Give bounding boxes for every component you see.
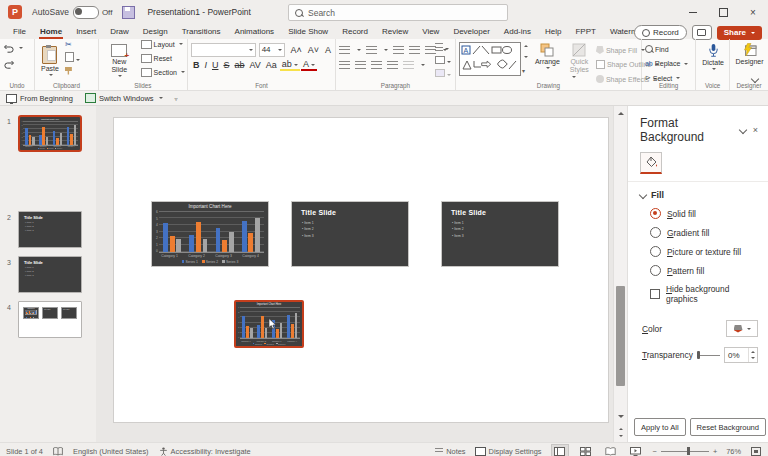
- font-size-button-2[interactable]: A: [323, 45, 333, 55]
- bullets-button[interactable]: [339, 46, 350, 54]
- tab-draw[interactable]: Draw: [103, 24, 136, 39]
- language-indicator[interactable]: English (United States): [73, 447, 149, 456]
- hide-background-checkbox[interactable]: Hide background graphics: [650, 284, 758, 304]
- numbering-button[interactable]: [366, 46, 377, 54]
- zoom-in-button[interactable]: +: [713, 447, 717, 456]
- gallery-up-button[interactable]: [524, 43, 528, 47]
- fill-option-gradient-fill[interactable]: Gradient fill: [650, 227, 758, 238]
- transparency-spinner[interactable]: 0%: [724, 347, 758, 363]
- font-style-button-1[interactable]: I: [202, 60, 209, 70]
- title-slide-thumbnail-2[interactable]: Title Slide • Item 1• Item 2• Item 3: [441, 201, 559, 267]
- tab-help[interactable]: Help: [538, 24, 568, 39]
- tab-file[interactable]: File: [6, 24, 33, 39]
- cut-button[interactable]: ✂: [65, 40, 80, 49]
- reset-button[interactable]: Reset: [141, 52, 185, 64]
- align-center-button[interactable]: [355, 61, 366, 69]
- fill-option-picture-or-texture-fill[interactable]: Picture or texture fill: [650, 246, 758, 257]
- fill-tool-button[interactable]: [640, 152, 662, 174]
- record-button[interactable]: Record: [634, 25, 687, 40]
- text-highlight-button[interactable]: ab: [280, 59, 300, 71]
- justify-button[interactable]: [387, 61, 398, 69]
- tab-developer[interactable]: Developer: [446, 24, 496, 39]
- current-slide[interactable]: Important Chart Here6543210Category 1Cat…: [113, 117, 609, 423]
- save-icon[interactable]: [122, 6, 135, 19]
- panel-options-button[interactable]: [740, 125, 746, 135]
- font-size-button-0[interactable]: A˄: [288, 45, 303, 55]
- find-button[interactable]: Find: [645, 43, 693, 55]
- font-style-button-5[interactable]: AV: [248, 60, 263, 70]
- spell-check-button[interactable]: [53, 447, 63, 456]
- tab-design[interactable]: Design: [136, 24, 175, 39]
- switch-windows-button[interactable]: Switch Windows: [85, 93, 163, 103]
- tab-home[interactable]: Home: [33, 24, 69, 39]
- next-slide-button[interactable]: [616, 433, 625, 440]
- arrange-button[interactable]: Arrange: [532, 42, 563, 71]
- chart-slide-thumbnail[interactable]: Important Chart Here6543210Category 1Cat…: [151, 201, 269, 267]
- reset-background-button[interactable]: Reset Background: [690, 418, 766, 436]
- scrollbar-track[interactable]: [614, 118, 627, 412]
- zoom-out-button[interactable]: −: [653, 447, 657, 456]
- font-style-button-6[interactable]: Aa: [264, 60, 279, 70]
- slider-thumb[interactable]: [697, 351, 700, 359]
- close-button[interactable]: ×: [738, 0, 768, 24]
- tab-view[interactable]: View: [415, 24, 446, 39]
- apply-to-all-button[interactable]: Apply to All: [634, 418, 686, 436]
- format-painter-button[interactable]: [65, 67, 80, 77]
- font-style-button-2[interactable]: U: [210, 60, 221, 70]
- customize-toolbar-button[interactable]: ▿: [175, 95, 178, 102]
- title-slide-thumbnail-1[interactable]: Title Slide • Item 1• Item 2• Item 3: [291, 201, 409, 267]
- slide-thumbnail-3[interactable]: Title Slide• Item 1• Item 2• Item 3: [18, 256, 82, 293]
- layout-button[interactable]: Layout: [141, 38, 185, 50]
- accessibility-checker[interactable]: Accessibility: Investigate: [159, 447, 251, 456]
- redo-button[interactable]: [3, 58, 32, 70]
- panel-close-button[interactable]: ×: [753, 125, 758, 135]
- paste-button[interactable]: Paste: [38, 45, 62, 78]
- tab-slide-show[interactable]: Slide Show: [281, 24, 335, 39]
- tab-fppt[interactable]: FPPT: [568, 24, 602, 39]
- increase-indent-button[interactable]: [409, 46, 420, 54]
- gallery-more-button[interactable]: ▾: [522, 67, 528, 74]
- copy-button[interactable]: [65, 52, 80, 64]
- display-settings-button[interactable]: Display Settings: [475, 447, 542, 456]
- font-style-button-3[interactable]: S: [221, 60, 231, 70]
- collapse-fill-icon[interactable]: [639, 191, 647, 199]
- shapes-gallery[interactable]: A: [459, 42, 521, 76]
- previous-slide-button[interactable]: [616, 424, 625, 431]
- align-text-button[interactable]: [435, 56, 451, 66]
- normal-view-button[interactable]: [551, 444, 569, 456]
- slide-thumbnail-2[interactable]: Title Slide• Item 1• Item 2• Item 3: [18, 211, 82, 248]
- autosave-toggle[interactable]: [73, 6, 99, 19]
- designer-button[interactable]: Designer: [733, 42, 766, 66]
- quick-styles-button[interactable]: Quick Styles: [567, 42, 592, 81]
- font-size-combo[interactable]: 44: [259, 43, 286, 57]
- font-name-combo[interactable]: [191, 43, 256, 57]
- notes-button[interactable]: Notes: [435, 447, 465, 456]
- slide-number-indicator[interactable]: Slide 1 of 4: [6, 447, 43, 456]
- minimize-button[interactable]: [678, 0, 708, 24]
- tab-review[interactable]: Review: [375, 24, 415, 39]
- columns-button[interactable]: [403, 61, 414, 69]
- from-beginning-button[interactable]: From Beginning: [6, 94, 73, 103]
- scrollbar-thumb[interactable]: [616, 286, 625, 386]
- slide-sorter-view-button[interactable]: [578, 445, 594, 456]
- tab-add-ins[interactable]: Add-ins: [497, 24, 538, 39]
- tab-transitions[interactable]: Transitions: [175, 24, 228, 39]
- tab-record[interactable]: Record: [335, 24, 375, 39]
- scroll-up-icon[interactable]: [618, 109, 624, 115]
- scroll-down-icon[interactable]: [618, 415, 624, 421]
- font-size-button-1[interactable]: A˅: [306, 45, 321, 55]
- replace-button[interactable]: abReplace: [645, 58, 693, 70]
- font-color-button[interactable]: A: [301, 59, 317, 71]
- undo-button[interactable]: [3, 42, 32, 54]
- fit-to-window-button[interactable]: [750, 445, 762, 456]
- align-left-button[interactable]: [339, 61, 350, 69]
- vertical-scrollbar[interactable]: [613, 106, 627, 442]
- decrease-indent-button[interactable]: [393, 46, 404, 54]
- spinner-arrows[interactable]: [748, 348, 757, 362]
- slideshow-view-button[interactable]: [628, 445, 644, 456]
- fill-option-pattern-fill[interactable]: Pattern fill: [650, 265, 758, 276]
- dictate-button[interactable]: Dictate: [699, 42, 727, 72]
- slide-thumbnail-4[interactable]: Important Chart Here6543210Category 1Cat…: [18, 301, 82, 338]
- smartart-button[interactable]: [435, 69, 451, 79]
- search-input[interactable]: Search: [288, 4, 508, 21]
